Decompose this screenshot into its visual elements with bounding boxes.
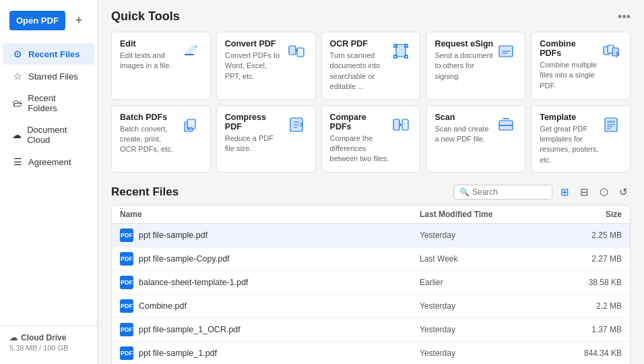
tool-title-scan: Scan <box>434 113 494 122</box>
table-row[interactable]: PDF ppt file-sample.pdf ☆ ↑ ••• Yesterda… <box>112 224 630 247</box>
tool-card-compare-pdfs[interactable]: Compare PDFs Compare the differences bet… <box>321 105 421 173</box>
table-row[interactable]: PDF balance-sheet-template-1.pdf ☆ ↑ •••… <box>112 271 630 295</box>
tool-title-template: Template <box>540 113 599 122</box>
file-size: 2.25 MB <box>554 231 622 240</box>
tool-card-template[interactable]: Template Get great PDF templates for res… <box>531 105 631 173</box>
tool-title-combine-pdfs: Combine PDFs <box>540 39 599 58</box>
tool-title-convert-pdf: Convert PDF <box>225 39 284 49</box>
tool-desc-request-esign: Send a document to others for signing. <box>434 51 494 82</box>
file-size: 1.37 MB <box>554 325 622 334</box>
sidebar-item-agreement[interactable]: ☰Agreement <box>3 151 94 173</box>
files-table-header: Name Last Modified Time Size <box>112 206 630 224</box>
tool-desc-combine-pdfs: Combine multiple files into a single PDF… <box>540 60 599 91</box>
search-input[interactable] <box>472 187 546 197</box>
sidebar-icon-starred-files: ☆ <box>12 71 23 82</box>
sidebar-nav: ⊙Recent Files☆Starred Files🗁Recent Folde… <box>0 42 97 326</box>
tool-card-convert-pdf[interactable]: Convert PDF Convert PDFs to Word, Excel,… <box>216 32 316 100</box>
quick-tools-title: Quick Tools <box>111 9 180 24</box>
tool-text-ocr-pdf: OCR PDF Turn scanned documents into sear… <box>330 39 389 92</box>
recent-files-header: Recent Files 🔍 ⊞ ⊟ ⬡ ↺ <box>111 185 631 200</box>
file-name-cell: PDF ppt file-sample_1_OCR.pdf ☆ ↑ ••• <box>120 323 420 336</box>
tool-text-compare-pdfs: Compare PDFs Compare the differences bet… <box>330 113 389 164</box>
tool-title-compress-pdf: Compress PDF <box>225 113 284 131</box>
file-modified: Yesterday <box>420 301 554 311</box>
tool-icon-compress-pdf <box>284 113 309 137</box>
sidebar-icon-agreement: ☰ <box>12 156 23 167</box>
open-pdf-label: Open PDF <box>16 16 59 26</box>
files-list: PDF ppt file-sample.pdf ☆ ↑ ••• Yesterda… <box>112 224 630 364</box>
tool-title-request-esign: Request eSign <box>434 39 494 49</box>
sidebar-label-starred-files: Starred Files <box>28 71 78 82</box>
tool-icon-template <box>599 113 623 137</box>
file-name: Combine.pdf <box>139 301 187 311</box>
svg-rect-7 <box>612 48 618 56</box>
sidebar-item-recent-files[interactable]: ⊙Recent Files <box>3 43 94 65</box>
tool-card-ocr-pdf[interactable]: OCR PDF Turn scanned documents into sear… <box>321 32 421 100</box>
recent-files-actions: 🔍 ⊞ ⊟ ⬡ ↺ <box>453 185 631 200</box>
sidebar-item-recent-folders[interactable]: 🗁Recent Folders <box>3 88 94 119</box>
sidebar-footer: ☁ Cloud Drive 5.38 MB / 100 GB <box>0 326 97 359</box>
tool-desc-convert-pdf: Convert PDFs to Word, Excel, PPT, etc. <box>225 51 284 82</box>
quick-tools-more[interactable]: ••• <box>618 11 631 23</box>
file-modified: Yesterday <box>420 325 554 334</box>
tool-icon-combine-pdfs <box>599 39 623 63</box>
svg-rect-15 <box>607 121 615 123</box>
table-row[interactable]: PDF ppt file-sample_1_OCR.pdf ☆ ↑ ••• Ye… <box>112 318 630 342</box>
sidebar-icon-recent-folders: 🗁 <box>12 98 22 109</box>
svg-rect-2 <box>297 48 304 57</box>
tool-text-convert-pdf: Convert PDF Convert PDFs to Word, Excel,… <box>225 39 284 82</box>
sort-button[interactable]: ⬡ <box>597 185 611 200</box>
col-modified: Last Modified Time <box>420 210 554 219</box>
file-pdf-icon: PDF <box>120 229 133 242</box>
tool-text-scan: Scan Scan and create a new PDF file. <box>434 113 494 145</box>
tool-text-request-esign: Request eSign Send a document to others … <box>434 39 494 82</box>
file-name-cell: PDF ppt file-sample-Copy.pdf ☆ ↑ ••• <box>120 252 420 266</box>
files-table: Name Last Modified Time Size PDF ppt fil… <box>111 205 631 364</box>
tool-card-compress-pdf[interactable]: Compress PDF Reduce a PDF file size. <box>216 105 316 173</box>
recent-files-title: Recent Files <box>111 185 179 199</box>
tool-icon-scan <box>494 113 518 137</box>
sidebar-item-document-cloud[interactable]: ☁Document Cloud <box>3 119 94 150</box>
tool-card-batch-pdfs[interactable]: Batch PDFs Batch convert, create, print,… <box>111 105 211 173</box>
refresh-button[interactable]: ↺ <box>616 185 631 200</box>
search-box[interactable]: 🔍 <box>453 185 552 200</box>
table-row[interactable]: PDF ppt file-sample-Copy.pdf ☆ ↑ ••• Las… <box>112 247 630 271</box>
tool-icon-convert-pdf <box>284 39 309 63</box>
tool-title-ocr-pdf: OCR PDF <box>330 39 389 49</box>
tool-card-request-esign[interactable]: Request eSign Send a document to others … <box>426 32 525 100</box>
tool-title-compare-pdfs: Compare PDFs <box>330 113 389 131</box>
tool-card-combine-pdfs[interactable]: Combine PDFs Combine multiple files into… <box>531 32 631 100</box>
list-view-button[interactable]: ⊟ <box>577 185 591 200</box>
file-modified: Yesterday <box>420 231 554 240</box>
tool-card-scan[interactable]: Scan Scan and create a new PDF file. <box>426 105 525 173</box>
file-pdf-icon: PDF <box>120 323 133 336</box>
tool-desc-scan: Scan and create a new PDF file. <box>434 124 494 145</box>
svg-rect-3 <box>396 44 406 57</box>
cloud-drive-title: ☁ Cloud Drive <box>9 333 88 342</box>
file-pdf-icon: PDF <box>120 276 133 289</box>
open-pdf-button[interactable]: Open PDF <box>9 11 65 30</box>
grid-view-button[interactable]: ⊞ <box>558 185 572 200</box>
table-row[interactable]: PDF ppt file-sample_1.pdf ☆ ↑ ••• Yester… <box>112 342 630 364</box>
quick-tools-header: Quick Tools ••• <box>111 9 631 24</box>
sidebar-label-recent-files: Recent Files <box>28 49 80 59</box>
tool-title-batch-pdfs: Batch PDFs <box>120 113 179 122</box>
file-name-cell: PDF ppt file-sample_1.pdf ☆ ↑ ••• <box>120 346 420 360</box>
file-name-cell: PDF balance-sheet-template-1.pdf ☆ ↑ ••• <box>120 276 420 289</box>
table-row[interactable]: PDF Combine.pdf ☆ ↑ ••• Yesterday 2.2 MB <box>112 295 630 318</box>
sidebar: Open PDF + ⊙Recent Files☆Starred Files🗁R… <box>0 0 98 364</box>
file-pdf-icon: PDF <box>120 299 133 313</box>
tool-icon-request-esign <box>494 39 518 63</box>
sidebar-item-starred-files[interactable]: ☆Starred Files <box>3 65 94 87</box>
file-name-cell: PDF ppt file-sample.pdf ☆ ↑ ••• <box>120 229 420 242</box>
add-button[interactable]: + <box>72 13 86 28</box>
file-size: 844.34 KB <box>554 348 622 358</box>
tool-text-compress-pdf: Compress PDF Reduce a PDF file size. <box>225 113 284 154</box>
file-pdf-icon: PDF <box>120 346 133 360</box>
file-size: 2.2 MB <box>554 301 622 311</box>
tool-desc-ocr-pdf: Turn scanned documents into searchable o… <box>330 51 389 92</box>
file-name-cell: PDF Combine.pdf ☆ ↑ ••• <box>120 299 420 313</box>
tool-card-edit[interactable]: Edit Edit texts and images in a file. <box>111 32 211 100</box>
sidebar-icon-document-cloud: ☁ <box>12 129 22 140</box>
main-content: Quick Tools ••• Edit Edit texts and imag… <box>98 0 644 364</box>
